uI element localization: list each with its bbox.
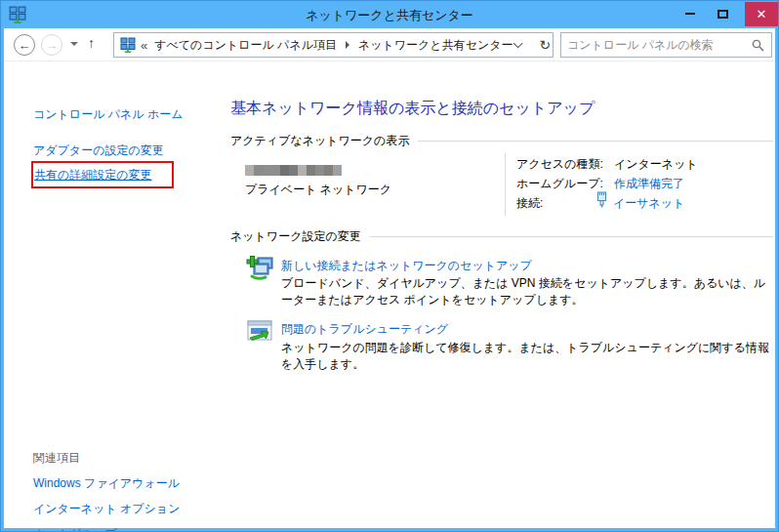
minimize-icon	[685, 13, 695, 15]
task-setup-new-connection-link[interactable]: 新しい接続またはネットワークのセットアップ	[281, 258, 532, 274]
up-button[interactable]: ↑	[88, 35, 95, 51]
address-dropdown-chevron-icon[interactable]	[513, 38, 523, 48]
maximize-icon	[718, 10, 728, 19]
new-connection-icon	[246, 255, 275, 284]
section-rule	[418, 141, 773, 142]
breadcrumb-item-all-control-panel-items[interactable]: すべてのコントロール パネル項目	[154, 37, 337, 54]
sidebar-item-homegroup[interactable]: ホームグループ	[33, 526, 116, 532]
search-icon[interactable]	[752, 39, 764, 52]
titlebar: ネットワークと共有センター ✕	[1, 1, 778, 28]
minimize-button[interactable]	[677, 1, 703, 26]
section-active-networks-label: アクティブなネットワークの表示	[230, 133, 409, 149]
sidebar-item-change-adapter-settings[interactable]: アダプターの設定の変更	[33, 143, 164, 159]
forward-button[interactable]: →	[41, 34, 62, 56]
close-button[interactable]: ✕	[745, 2, 778, 26]
task-troubleshoot-problems-link[interactable]: 問題のトラブルシューティング	[281, 321, 448, 338]
connections-label: 接続:	[516, 195, 543, 212]
navigation-bar: ← → ↑ « すべてのコントロール パネル項目 ネットワークと共有センター	[4, 28, 775, 61]
sidebar-item-internet-options[interactable]: インターネット オプション	[33, 501, 180, 517]
homegroup-label: ホームグループ:	[516, 176, 603, 192]
content-area: コントロール パネル ホーム アダプターの設定の変更 共有の詳細設定の変更 関連…	[4, 62, 775, 528]
homegroup-status-link[interactable]: 作成準備完了	[614, 176, 684, 192]
related-items-title: 関連項目	[33, 450, 80, 467]
sidebar-item-windows-firewall[interactable]: Windows ファイアウォール	[33, 475, 180, 492]
breadcrumb-separator-icon[interactable]	[346, 41, 349, 49]
network-sharing-center-window: ネットワークと共有センター ✕ ← → ↑ « すべてのコント	[0, 0, 779, 532]
access-type-label: アクセスの種類:	[516, 156, 603, 173]
address-bar[interactable]: « すべてのコントロール パネル項目 ネットワークと共有センター ↻	[113, 32, 554, 58]
window-title: ネットワークと共有センター	[1, 7, 778, 24]
task-setup-new-connection-desc: ブロードバンド、ダイヤルアップ、または VPN 接続をセットアップします。あるい…	[281, 275, 771, 308]
maximize-button[interactable]	[710, 1, 735, 26]
breadcrumb-overflow-chevron[interactable]: «	[141, 38, 147, 53]
page-title: 基本ネットワーク情報の表示と接続のセットアップ	[230, 99, 594, 119]
sidebar-item-change-advanced-sharing-settings[interactable]: 共有の詳細設定の変更	[34, 167, 152, 184]
network-type-label: プライベート ネットワーク	[245, 182, 391, 198]
task-troubleshoot-problems-desc: ネットワークの問題を診断して修復します。または、トラブルシューティングに関する情…	[281, 340, 771, 373]
access-type-value: インターネット	[614, 156, 698, 173]
network-column-divider	[505, 153, 506, 216]
connection-ethernet-link[interactable]: イーサネット	[613, 195, 684, 212]
search-box[interactable]	[560, 32, 772, 58]
back-button[interactable]: ←	[14, 34, 35, 56]
sidebar-item-control-panel-home[interactable]: コントロール パネル ホーム	[33, 106, 183, 123]
troubleshoot-icon	[247, 319, 273, 343]
window-body: ← → ↑ « すべてのコントロール パネル項目 ネットワークと共有センター	[4, 28, 775, 528]
search-input[interactable]	[561, 38, 752, 52]
refresh-button[interactable]: ↻	[535, 37, 554, 53]
ethernet-icon	[595, 191, 608, 208]
history-dropdown-icon[interactable]	[70, 42, 78, 46]
section-rule	[370, 236, 773, 237]
section-active-networks: アクティブなネットワークの表示	[230, 133, 773, 149]
redacted-network-name	[245, 165, 342, 176]
section-change-network-settings-label: ネットワーク設定の変更	[230, 228, 361, 245]
network-sharing-center-icon	[120, 37, 136, 53]
breadcrumb-item-network-sharing-center[interactable]: ネットワークと共有センター	[358, 37, 513, 54]
section-change-network-settings: ネットワーク設定の変更	[230, 228, 773, 245]
